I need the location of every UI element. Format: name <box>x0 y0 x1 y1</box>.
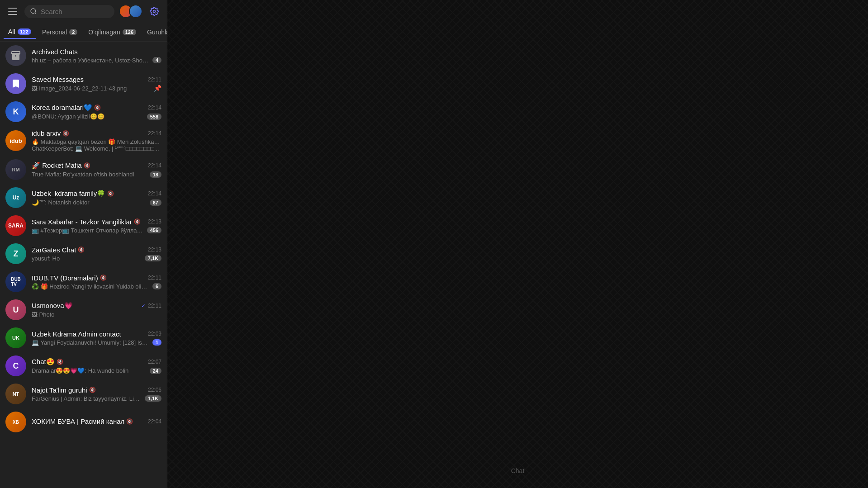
chat-preview: @BONU: Aytgan yilizli😊😊 <box>32 113 144 120</box>
mute-icon: 🔇 <box>107 190 114 197</box>
search-icon <box>30 8 37 15</box>
chat-info: IDUB.TV (Doramalari) 🔇 22:11 ♻️ 🎁 Hoziro… <box>32 274 161 290</box>
list-item[interactable]: Uz Uzbek_kdrama family🍀 🔇 22:14 🌙˜"˜: No… <box>0 184 167 212</box>
chat-time: 22:14 <box>148 162 161 169</box>
unread-badge: 6 <box>152 283 161 289</box>
chat-time: 22:07 <box>148 359 161 365</box>
tab-personal[interactable]: Personal 2 <box>38 26 82 38</box>
avatar: ХБ <box>5 412 26 432</box>
chat-preview: 🖼 image_2024-06-22_22-11-43.png <box>32 85 154 92</box>
list-item[interactable]: Z ZarGates Chat 🔇 22:13 yousuf: Ho 7,1K <box>0 240 167 268</box>
chat-info: ZarGates Chat 🔇 22:13 yousuf: Ho 7,1K <box>32 246 161 262</box>
chat-time: 22:13 <box>148 218 161 225</box>
bottom-label: Chat <box>511 467 525 474</box>
chat-time: 22:06 <box>148 387 161 393</box>
list-item[interactable]: K Korea doramalari💙 🔇 22:14 @BONU: Aytga… <box>0 98 167 126</box>
avatar: RM <box>5 159 26 180</box>
settings-button[interactable] <box>147 4 161 19</box>
unread-badge: 18 <box>150 171 161 178</box>
chat-info: 🚀 Rocket Mafia 🔇 22:14 True Mafia: Ro'yx… <box>32 161 161 178</box>
chat-info: ХОКИМ БУВА | Расмий канал 🔇 22:04 <box>32 417 161 426</box>
avatar <box>5 73 26 94</box>
read-tick: ✓ <box>141 303 146 309</box>
unread-badge: 1,1K <box>145 395 161 402</box>
chat-name: idub arxiv 🔇 <box>32 129 69 137</box>
chat-time: 22:04 <box>148 418 161 425</box>
menu-button[interactable] <box>5 4 20 19</box>
search-input[interactable] <box>41 8 109 15</box>
chat-name: Najot Ta'lim guruhi 🔇 <box>32 386 96 394</box>
chat-preview: 🔥 Maktabga qaytgan bezori 🎁 Men Zolushka… <box>32 138 161 145</box>
tab-all-badge: 122 <box>18 28 31 35</box>
list-item[interactable]: ХБ ХОКИМ БУВА | Расмий канал 🔇 22:04 <box>0 408 167 436</box>
chat-time: 22:11 <box>148 275 161 281</box>
settings-icon <box>150 7 159 16</box>
chat-preview: 🌙˜"˜: Notanish doktor <box>32 199 147 206</box>
chat-info: Archived Chats hh.uz – работа в Узбекист… <box>32 48 161 64</box>
avatar: U <box>5 299 26 320</box>
mute-icon: 🔇 <box>126 418 133 425</box>
chat-info: Uzbek_kdrama family🍀 🔇 22:14 🌙˜"˜: Notan… <box>32 190 161 206</box>
chat-info: Sara Xabarlar - Tezkor Yangiliklar 🔇 22:… <box>32 218 161 234</box>
chat-preview: 💻 Yangi Foydalanuvchi! Umumiy: [128] Ism… <box>32 339 150 346</box>
profile-avatars[interactable] <box>119 4 142 19</box>
svg-point-0 <box>31 9 36 14</box>
tab-all[interactable]: All 122 <box>4 25 36 39</box>
list-item[interactable]: Saved Messages 22:11 🖼 image_2024-06-22_… <box>0 70 167 98</box>
avatar: Uz <box>5 187 26 208</box>
list-item[interactable]: SARA Sara Xabarlar - Tezkor Yangiliklar … <box>0 212 167 240</box>
avatar: C <box>5 355 26 376</box>
list-item[interactable]: idub idub arxiv 🔇 22:14 🔥 Maktabga qaytg… <box>0 126 167 156</box>
sidebar: All 122 Personal 2 O'qilmagan 126 Guruhl… <box>0 0 167 488</box>
chat-preview: FarGenius | Admin: Biz tayyorlaymiz. Lic… <box>32 395 142 402</box>
list-item[interactable]: DUBTV IDUB.TV (Doramalari) 🔇 22:11 ♻️ 🎁 … <box>0 268 167 296</box>
chat-name: ХОКИМ БУВА | Расмий канал 🔇 <box>32 417 133 425</box>
chat-preview: ♻️ 🎁 Hoziroq Yangi tv ilovasini Yuklab o… <box>32 283 150 290</box>
unread-badge: 67 <box>150 199 161 206</box>
list-item[interactable]: UK Uzbek Kdrama Admin contact 22:09 💻 Ya… <box>0 324 167 352</box>
chat-info: Najot Ta'lim guruhi 🔇 22:06 FarGenius | … <box>32 386 161 402</box>
list-item[interactable]: Archived Chats hh.uz – работа в Узбекист… <box>0 42 167 70</box>
chat-info: Chat😍 🔇 22:07 Dramalar😍😍💗💙: Ha wunde bol… <box>32 358 161 374</box>
chat-preview: 📺 #Тезкор📺 Тошкент Отчопар йўллари, 6... <box>32 227 144 234</box>
mute-icon: 🔇 <box>84 162 90 169</box>
tab-all-label: All <box>8 28 15 35</box>
tab-personal-badge: 2 <box>69 29 77 35</box>
chat-time: 22:09 <box>148 331 161 337</box>
search-bar[interactable] <box>24 5 114 18</box>
chat-name: Saved Messages <box>32 76 84 83</box>
svg-point-2 <box>153 10 156 13</box>
avatar: SARA <box>5 215 26 236</box>
list-item[interactable]: RM 🚀 Rocket Mafia 🔇 22:14 True Mafia: Ro… <box>0 156 167 184</box>
chat-info: Korea doramalari💙 🔇 22:14 @BONU: Aytgan … <box>32 104 161 120</box>
chat-info: Uzbek Kdrama Admin contact 22:09 💻 Yangi… <box>32 330 161 346</box>
unread-badge: 7,1K <box>145 255 161 261</box>
list-item[interactable]: NT Najot Ta'lim guruhi 🔇 22:06 FarGenius… <box>0 380 167 408</box>
avatar: Z <box>5 243 26 264</box>
chat-info: Saved Messages 22:11 🖼 image_2024-06-22_… <box>32 76 161 92</box>
chat-preview-2: ChatKeeperBot: 💻 Welcome, |·¹°""°□□□□□□□… <box>32 145 161 152</box>
unread-badge: 24 <box>150 368 161 374</box>
list-item[interactable]: C Chat😍 🔇 22:07 Dramalar😍😍💗💙: Ha wunde b… <box>0 352 167 380</box>
chat-time: 22:14 <box>148 104 161 111</box>
chat-info: Usmonova💗 ✓ 22:11 🖼 Photo <box>32 302 161 318</box>
chat-name: Uzbek Kdrama Admin contact <box>32 330 121 338</box>
mute-icon: 🔇 <box>57 359 63 365</box>
tabs: All 122 Personal 2 O'qilmagan 126 Guruhl… <box>0 23 167 42</box>
main-area: Chat <box>167 0 868 488</box>
tab-personal-label: Personal <box>42 28 67 36</box>
tab-unread[interactable]: O'qilmagan 126 <box>84 26 141 38</box>
mute-icon: 🔇 <box>89 387 96 393</box>
chat-name: Uzbek_kdrama family🍀 🔇 <box>32 190 114 198</box>
chat-name: ZarGates Chat 🔇 <box>32 246 85 254</box>
avatar <box>5 45 26 66</box>
list-item[interactable]: U Usmonova💗 ✓ 22:11 🖼 Photo <box>0 296 167 324</box>
chat-name: Archived Chats <box>32 48 78 56</box>
mute-icon: 🔇 <box>78 246 85 253</box>
svg-line-1 <box>35 13 36 14</box>
chat-name: IDUB.TV (Doramalari) 🔇 <box>32 274 107 282</box>
chat-preview: Dramalar😍😍💗💙: Ha wunde bolin <box>32 367 147 374</box>
tab-unread-label: O'qilmagan <box>88 28 120 36</box>
mute-icon: 🔇 <box>134 218 141 225</box>
tab-unread-badge: 126 <box>123 29 136 35</box>
